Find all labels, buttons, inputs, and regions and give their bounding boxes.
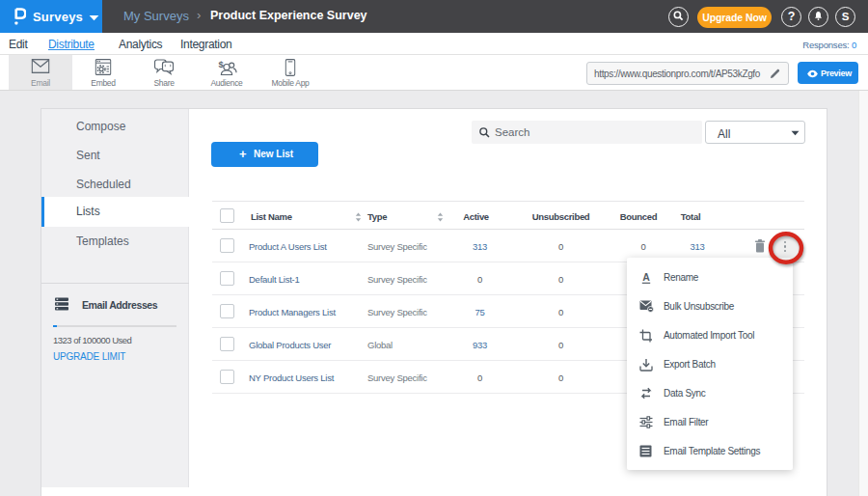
svg-text:A: A bbox=[642, 271, 650, 283]
